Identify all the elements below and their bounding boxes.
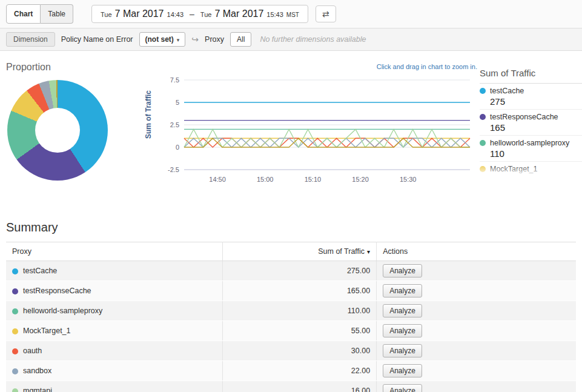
proxy-label: Proxy bbox=[205, 35, 224, 44]
end-time: 15:43 bbox=[266, 11, 283, 18]
actions-cell: Analyze bbox=[377, 261, 576, 281]
legend-items: testCache275testResponseCache165hellowor… bbox=[480, 84, 582, 177]
legend-title: Sum of Traffic bbox=[480, 67, 582, 84]
actions-cell: Analyze bbox=[377, 381, 576, 392]
timezone-label: MST bbox=[286, 12, 299, 18]
dimension-selected-value: (not set) bbox=[145, 35, 174, 44]
actions-cell: Analyze bbox=[377, 341, 576, 361]
chart-tab[interactable]: Chart bbox=[6, 4, 41, 24]
svg-text:15:30: 15:30 bbox=[400, 176, 417, 183]
sort-descending-icon: ▾ bbox=[367, 248, 370, 255]
line-chart-svg[interactable]: 7.552.50-2.514:5015:0015:1015:2015:30 bbox=[159, 75, 475, 185]
start-time: 14:43 bbox=[167, 11, 184, 18]
proxy-name-cell: oauth bbox=[6, 341, 223, 361]
column-header-proxy[interactable]: Proxy bbox=[6, 242, 223, 261]
top-toolbar: Chart Table Tue 7 Mar 2017 14:43 – Tue 7… bbox=[0, 0, 582, 28]
analytics-page: Chart Table Tue 7 Mar 2017 14:43 – Tue 7… bbox=[0, 0, 582, 392]
drilldown-arrow-icon: ↪ bbox=[191, 35, 199, 44]
legend-item-value: 275 bbox=[490, 95, 582, 107]
svg-text:15:20: 15:20 bbox=[352, 176, 369, 183]
line-chart[interactable]: Click and drag in chart to zoom in. Sum … bbox=[141, 55, 480, 212]
table-tab[interactable]: Table bbox=[41, 4, 73, 24]
proxy-name-cell: MockTarget_1 bbox=[6, 321, 223, 341]
proxy-color-dot bbox=[12, 308, 18, 314]
proxy-color-dot bbox=[12, 388, 18, 392]
chevron-down-icon: ▾ bbox=[177, 37, 180, 43]
table-row: MockTarget_155.00Analyze bbox=[6, 321, 576, 341]
actions-cell: Analyze bbox=[377, 301, 576, 321]
dimension-name: Policy Name on Error bbox=[61, 35, 133, 44]
traffic-value-cell: 22.00 bbox=[223, 361, 377, 381]
dimension-bar: Dimension Policy Name on Error (not set)… bbox=[0, 28, 582, 51]
proxy-name-cell: testResponseCache bbox=[6, 281, 223, 301]
proxy-filter-button[interactable]: All bbox=[230, 32, 251, 47]
proxy-color-dot bbox=[12, 368, 18, 374]
analyze-button[interactable]: Analyze bbox=[383, 384, 422, 392]
dimension-label: Dimension bbox=[6, 32, 55, 47]
summary-section: Summary Proxy Sum of Traffic▾ Actions te… bbox=[0, 212, 582, 392]
legend-color-dot bbox=[480, 88, 486, 94]
refresh-icon: ⇄ bbox=[322, 9, 329, 19]
chart-legend: Sum of Traffic testCache275testResponseC… bbox=[480, 67, 582, 177]
analyze-button[interactable]: Analyze bbox=[383, 304, 422, 317]
refresh-button[interactable]: ⇄ bbox=[316, 5, 336, 22]
svg-text:5: 5 bbox=[176, 99, 179, 106]
zoom-hint: Click and drag in chart to zoom in. bbox=[377, 63, 477, 70]
legend-item-name: testCache bbox=[490, 87, 524, 95]
date-range-picker[interactable]: Tue 7 Mar 2017 14:43 – Tue 7 Mar 2017 15… bbox=[91, 5, 308, 23]
actions-cell: Analyze bbox=[377, 281, 576, 301]
svg-text:0: 0 bbox=[176, 144, 179, 151]
proxy-color-dot bbox=[12, 288, 18, 294]
traffic-value-cell: 30.00 bbox=[223, 341, 377, 361]
actions-cell: Analyze bbox=[377, 361, 576, 381]
svg-text:-2.5: -2.5 bbox=[168, 166, 179, 173]
table-row: testCache275.00Analyze bbox=[6, 261, 576, 281]
actions-cell: Analyze bbox=[377, 321, 576, 341]
legend-item[interactable]: testCache275 bbox=[480, 84, 582, 110]
traffic-value-cell: 275.00 bbox=[223, 261, 377, 281]
column-header-actions: Actions bbox=[377, 242, 576, 261]
analyze-button[interactable]: Analyze bbox=[383, 264, 422, 277]
proxy-name-cell: testCache bbox=[6, 261, 223, 281]
donut-chart[interactable] bbox=[7, 80, 108, 181]
table-row: oauth30.00Analyze bbox=[6, 341, 576, 361]
legend-item-value: 55 bbox=[490, 173, 582, 177]
proxy-color-dot bbox=[12, 348, 18, 354]
summary-title: Summary bbox=[6, 221, 576, 234]
traffic-header-label: Sum of Traffic bbox=[318, 247, 365, 256]
traffic-value-cell: 16.00 bbox=[223, 381, 377, 392]
summary-table-body: testCache275.00AnalyzetestResponseCache1… bbox=[6, 261, 576, 392]
table-row: mgmtapi16.00Analyze bbox=[6, 381, 576, 392]
analyze-button[interactable]: Analyze bbox=[383, 324, 422, 337]
table-row: sandbox22.00Analyze bbox=[6, 361, 576, 381]
view-toggle: Chart Table bbox=[6, 4, 73, 24]
svg-text:15:10: 15:10 bbox=[305, 176, 322, 183]
chart-section: Proportion Click and drag in chart to zo… bbox=[0, 51, 582, 212]
analyze-button[interactable]: Analyze bbox=[383, 284, 422, 297]
end-date: 7 Mar 2017 bbox=[214, 8, 263, 19]
proxy-color-dot bbox=[12, 268, 18, 274]
legend-color-dot bbox=[480, 166, 486, 172]
dimension-value-dropdown[interactable]: (not set)▾ bbox=[139, 32, 186, 47]
legend-color-dot bbox=[480, 140, 486, 146]
table-header-row: Proxy Sum of Traffic▾ Actions bbox=[6, 242, 576, 261]
proxy-color-dot bbox=[12, 328, 18, 334]
legend-item[interactable]: MockTarget_155 bbox=[480, 162, 582, 177]
start-date: 7 Mar 2017 bbox=[115, 8, 164, 19]
svg-text:15:00: 15:00 bbox=[257, 176, 274, 183]
legend-item[interactable]: testResponseCache165 bbox=[480, 110, 582, 136]
legend-item[interactable]: helloworld-sampleproxy110 bbox=[480, 136, 582, 162]
legend-item-name: testResponseCache bbox=[490, 113, 558, 121]
no-more-dimensions-text: No further dimensions available bbox=[260, 35, 366, 44]
analyze-button[interactable]: Analyze bbox=[383, 364, 422, 377]
start-day: Tue bbox=[101, 11, 112, 18]
svg-text:2.5: 2.5 bbox=[170, 121, 179, 128]
analyze-button[interactable]: Analyze bbox=[383, 344, 422, 357]
legend-color-dot bbox=[480, 114, 486, 120]
table-row: testResponseCache165.00Analyze bbox=[6, 281, 576, 301]
svg-text:7.5: 7.5 bbox=[170, 76, 179, 84]
column-header-traffic[interactable]: Sum of Traffic▾ bbox=[223, 242, 377, 261]
proportion-title: Proportion bbox=[6, 62, 141, 73]
legend-item-value: 165 bbox=[490, 121, 582, 133]
svg-text:14:50: 14:50 bbox=[209, 176, 226, 183]
